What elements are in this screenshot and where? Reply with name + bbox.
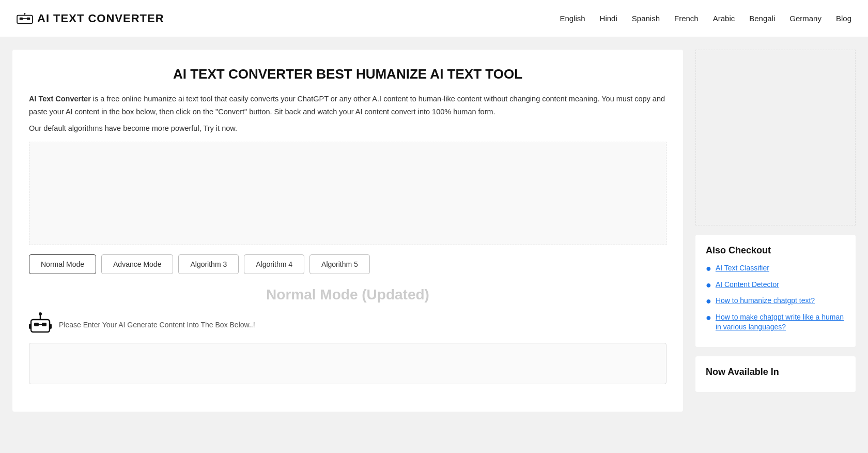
logo-area: AI TEXT CONVERTER [17, 12, 164, 25]
checkout-list: ●AI Text Classifier●AI Content Detector●… [706, 263, 845, 333]
btn-algo4[interactable]: Algorithm 4 [244, 254, 304, 274]
svg-point-11 [39, 312, 42, 315]
btn-algo3[interactable]: Algorithm 3 [178, 254, 239, 274]
btn-normal[interactable]: Normal Mode [29, 254, 96, 274]
site-title: AI TEXT CONVERTER [37, 12, 164, 25]
nav-link-nav-blog[interactable]: Blog [836, 14, 851, 23]
svg-rect-12 [29, 324, 31, 329]
checkout-item: ●AI Text Classifier [706, 263, 845, 275]
btn-advance[interactable]: Advance Mode [101, 254, 173, 274]
site-header: AI TEXT CONVERTER EnglishHindiSpanishFre… [0, 0, 868, 37]
nav-link-nav-french[interactable]: French [674, 14, 699, 23]
page-heading: AI TEXT CONVERTER BEST HUMANIZE AI TEXT … [29, 66, 667, 82]
nav-link-nav-bengali[interactable]: Bengali [749, 14, 775, 23]
intro-text: AI Text Converter is a free online human… [29, 93, 667, 118]
robot-instruction-text: Please Enter Your AI Generate Content In… [59, 321, 255, 329]
robot-row: Please Enter Your AI Generate Content In… [29, 312, 667, 337]
checkout-dot: ● [706, 296, 711, 307]
also-checkout-section: Also Checkout ●AI Text Classifier●AI Con… [695, 235, 856, 347]
nav-link-nav-hindi[interactable]: Hindi [600, 14, 617, 23]
link-human-languages[interactable]: How to make chatgpt write like a human i… [716, 312, 845, 333]
intro-rest: is a free online humanize ai text tool t… [29, 95, 665, 116]
svg-point-5 [24, 13, 25, 14]
main-content: AI TEXT CONVERTER BEST HUMANIZE AI TEXT … [12, 50, 683, 412]
link-humanize[interactable]: How to humanize chatgpt text? [716, 296, 815, 306]
now-available-section: Now Available In [695, 356, 856, 392]
svg-rect-8 [42, 323, 47, 326]
robot-icon [29, 312, 52, 335]
btn-algo5[interactable]: Algorithm 5 [309, 254, 370, 274]
sidebar-ad [695, 50, 856, 225]
svg-rect-0 [17, 15, 33, 23]
logo-icon [17, 13, 33, 24]
mode-label: Normal Mode (Updated) [29, 286, 667, 303]
nav-link-nav-spanish[interactable]: Spanish [632, 14, 660, 23]
nav-link-nav-germany[interactable]: Germany [789, 14, 822, 23]
ad-area [29, 142, 667, 245]
svg-rect-6 [31, 320, 50, 332]
sidebar: Also Checkout ●AI Text Classifier●AI Con… [695, 50, 856, 412]
link-text-classifier[interactable]: AI Text Classifier [716, 263, 769, 274]
page-wrapper: AI TEXT CONVERTER BEST HUMANIZE AI TEXT … [0, 37, 868, 424]
svg-rect-13 [50, 324, 52, 329]
robot-icon-wrap [29, 312, 52, 337]
svg-rect-1 [20, 17, 23, 20]
svg-rect-7 [34, 323, 39, 326]
checkout-item: ●AI Content Detector [706, 280, 845, 291]
main-nav: EnglishHindiSpanishFrenchArabicBengaliGe… [560, 14, 851, 23]
checkout-dot: ● [706, 280, 711, 291]
checkout-dot: ● [706, 312, 711, 324]
now-available-title: Now Available In [706, 367, 845, 377]
nav-link-nav-arabic[interactable]: Arabic [713, 14, 735, 23]
mode-buttons: Normal ModeAdvance ModeAlgorithm 3Algori… [29, 254, 667, 274]
link-content-detector[interactable]: AI Content Detector [716, 280, 779, 290]
intro-bold: AI Text Converter [29, 95, 91, 103]
also-checkout-title: Also Checkout [706, 245, 845, 256]
svg-rect-2 [27, 17, 30, 20]
checkout-dot: ● [706, 263, 711, 275]
checkout-item: ●How to humanize chatgpt text? [706, 296, 845, 307]
algo-text: Our default algorithms have become more … [29, 124, 667, 132]
checkout-item: ●How to make chatgpt write like a human … [706, 312, 845, 333]
content-input-box[interactable] [29, 343, 667, 384]
nav-link-nav-english[interactable]: English [560, 14, 585, 23]
